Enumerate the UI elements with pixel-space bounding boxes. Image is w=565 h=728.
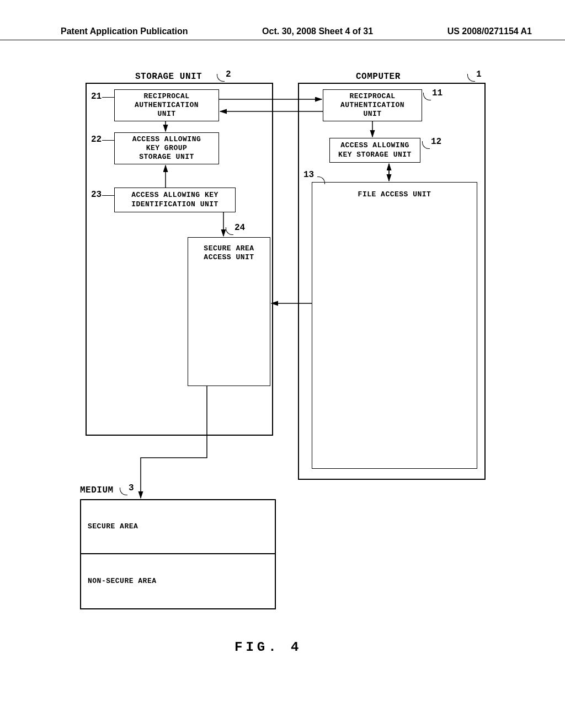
computer-title: COMPUTER [356,72,401,82]
secure-area: SECURE AREA [80,499,276,554]
block-21: RECIPROCALAUTHENTICATIONUNIT [114,89,219,121]
block-13-ref: 13 [303,170,314,180]
medium-title: MEDIUM [80,485,114,495]
block-23: ACCESS ALLOWING KEYIDENTIFICATION UNIT [114,188,236,212]
secure-area-label: SECURE AREA [88,522,138,531]
header-center: Oct. 30, 2008 Sheet 4 of 31 [262,26,373,36]
nonsecure-area: NON-SECURE AREA [80,554,276,609]
nonsecure-area-label: NON-SECURE AREA [88,577,157,586]
computer-ref: 1 [476,69,482,79]
block-11-ref: 11 [432,88,443,98]
block-23-ref: 23 [91,190,102,200]
block-12-ref: 12 [431,137,441,147]
block-13-label: FILE ACCESS UNIT [358,190,431,199]
block-11: RECIPROCALAUTHENTICATIONUNIT [323,89,422,121]
block-22-ref: 22 [91,135,102,144]
block-22: ACCESS ALLOWINGKEY GROUPSTORAGE UNIT [114,132,219,164]
storage-unit-title: STORAGE UNIT [135,72,202,82]
diagram-canvas: STORAGE UNIT 2 COMPUTER 1 RECIPROCALAUTH… [80,72,499,656]
block-24: SECURE AREAACCESS UNIT [188,237,270,386]
block-24-ref: 24 [234,223,245,233]
block-13: FILE ACCESS UNIT [312,182,477,469]
header-left: Patent Application Publication [61,26,188,36]
block-22-label: ACCESS ALLOWINGKEY GROUPSTORAGE UNIT [132,135,201,162]
page-header: Patent Application Publication Oct. 30, … [0,26,565,40]
block-24-label: SECURE AREAACCESS UNIT [204,244,254,263]
storage-unit-ref: 2 [226,69,231,79]
block-21-ref: 21 [91,92,102,101]
figure-caption: FIG. 4 [234,640,302,655]
block-23-label: ACCESS ALLOWING KEYIDENTIFICATION UNIT [131,191,218,209]
block-12: ACCESS ALLOWINGKEY STORAGE UNIT [329,138,420,163]
block-11-label: RECIPROCALAUTHENTICATIONUNIT [340,92,404,119]
medium-ref: 3 [129,483,134,493]
block-12-label: ACCESS ALLOWINGKEY STORAGE UNIT [338,141,412,159]
header-right: US 2008/0271154 A1 [447,26,532,36]
block-21-label: RECIPROCALAUTHENTICATIONUNIT [135,92,199,119]
